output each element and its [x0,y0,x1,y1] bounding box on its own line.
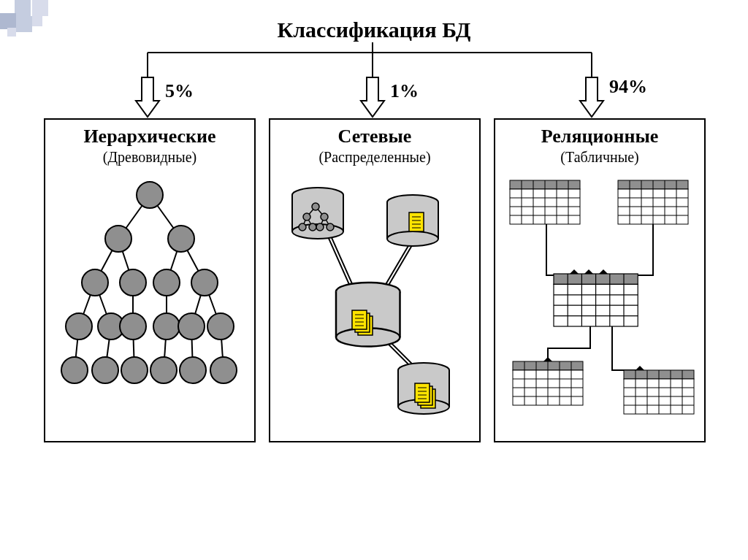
arrow-icon [359,76,386,118]
svg-point-72 [316,223,324,231]
arrow-icon [134,76,161,118]
svg-point-73 [327,223,334,231]
svg-point-27 [105,226,131,252]
svg-point-44 [210,357,237,383]
svg-marker-5 [136,77,159,117]
svg-point-69 [321,213,328,220]
percent-label: 1% [390,80,419,102]
svg-point-41 [121,357,148,383]
percent-label: 5% [165,80,194,102]
network-diagram-icon [270,166,479,429]
svg-point-70 [299,223,306,231]
col-title: Иерархические [45,126,254,147]
svg-point-71 [309,223,316,231]
percent-label: 94% [609,76,647,98]
col-subtitle: (Табличные) [495,149,704,166]
svg-point-68 [303,213,310,220]
arrow-icon [579,76,605,118]
svg-marker-7 [580,77,603,117]
col-network: Сетевые (Распределенные) [269,118,481,442]
svg-point-39 [61,357,88,383]
tables-diagram-icon [495,166,704,429]
col-subtitle: (Древовидные) [45,149,254,166]
svg-point-29 [82,269,108,296]
svg-point-26 [137,182,163,208]
col-title: Реляционные [495,126,704,147]
svg-point-31 [153,269,180,296]
svg-point-36 [153,313,180,340]
col-relational: Реляционные (Табличные) [494,118,706,442]
col-subtitle: (Распределенные) [270,149,479,166]
svg-point-32 [191,269,218,296]
col-title: Сетевые [270,126,479,147]
svg-point-28 [168,226,194,252]
svg-point-67 [312,203,319,210]
svg-point-37 [178,313,205,340]
svg-point-40 [92,357,118,383]
col-hierarchical: Иерархические (Древовидные) [44,118,256,442]
svg-point-35 [120,313,146,340]
svg-marker-6 [361,77,384,117]
svg-point-33 [66,313,92,340]
svg-point-38 [207,313,234,340]
svg-point-42 [150,357,177,383]
svg-point-30 [120,269,146,296]
svg-point-43 [180,357,206,383]
tree-diagram-icon [45,166,254,429]
